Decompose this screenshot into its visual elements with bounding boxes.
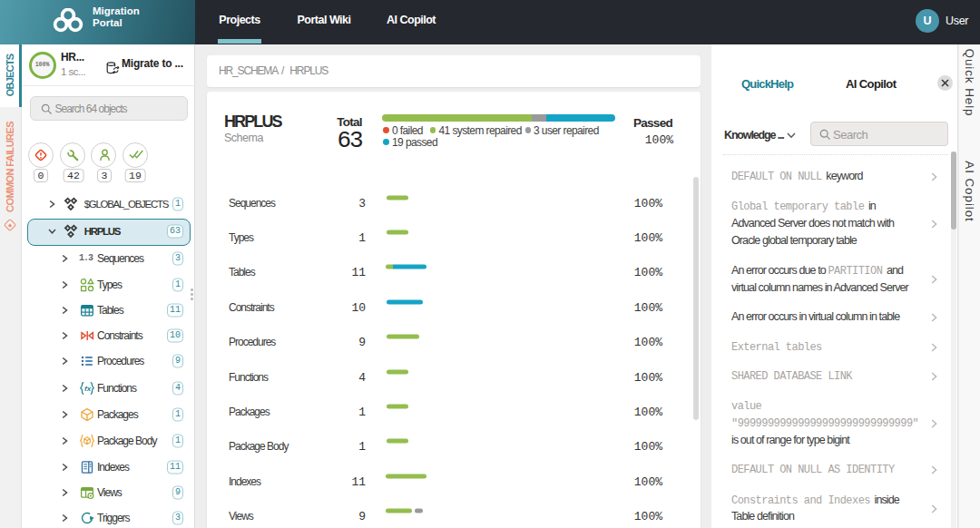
svg-text:fx: fx [84, 385, 92, 393]
